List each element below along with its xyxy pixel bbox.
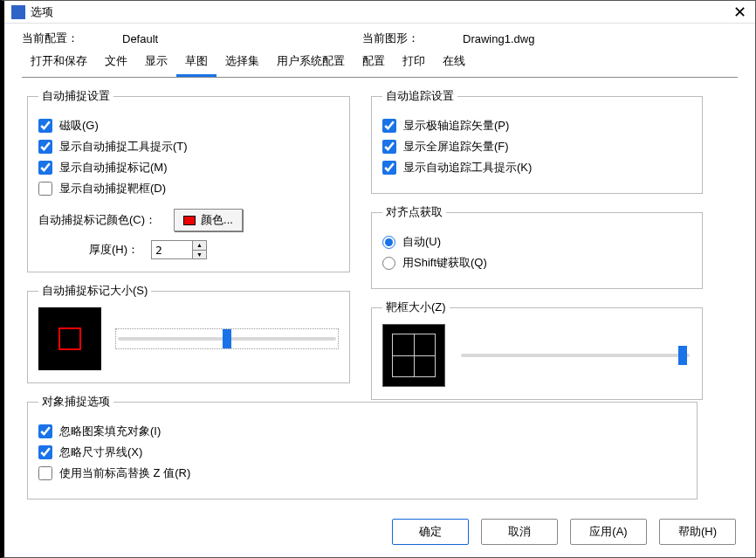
content: 自动捕捉设置 磁吸(G) 显示自动捕捉工具提示(T) 显示自动捕捉标记(M) 显…: [4, 78, 755, 510]
chk-ignore-hatch[interactable]: [38, 424, 52, 438]
tab-plot[interactable]: 打印: [394, 50, 434, 77]
tab-open-save[interactable]: 打开和保存: [22, 50, 96, 77]
group-autosnap: 自动捕捉设置 磁吸(G) 显示自动捕捉工具提示(T) 显示自动捕捉标记(M) 显…: [27, 88, 350, 272]
lbl-radio-shift: 用Shift键获取(Q): [402, 255, 487, 271]
group-acquisition: 对齐点获取 自动(U) 用Shift键获取(Q): [371, 204, 703, 289]
lbl-magnet: 磁吸(G): [59, 118, 99, 134]
footer: 确定 取消 应用(A) 帮助(H): [4, 510, 755, 557]
window-title: 选项: [31, 4, 53, 20]
color-swatch-icon: [183, 216, 196, 225]
profile-label: 当前配置：: [22, 31, 79, 46]
lbl-marker: 显示自动捕捉标记(M): [59, 160, 168, 176]
group-autotrack: 自动追踪设置 显示极轴追踪矢量(P) 显示全屏追踪矢量(F) 显示自动追踪工具提…: [371, 88, 703, 194]
chk-polar-vec[interactable]: [382, 119, 396, 133]
aperture-cross-icon: [392, 334, 436, 377]
close-icon[interactable]: ✕: [733, 3, 746, 22]
app-icon: [11, 5, 25, 19]
lbl-tooltip: 显示自动捕捉工具提示(T): [59, 139, 188, 155]
tab-file[interactable]: 文件: [96, 50, 136, 77]
chk-ignore-dim[interactable]: [38, 445, 52, 459]
tabs: 打开和保存 文件 显示 草图 选择集 用户系统配置 配置 打印 在线: [22, 50, 738, 78]
tab-display[interactable]: 显示: [136, 50, 176, 77]
drawing-value: Drawing1.dwg: [463, 32, 534, 45]
info-row: 当前配置： Default 当前图形： Drawing1.dwg: [4, 24, 755, 50]
chk-tooltip[interactable]: [38, 140, 52, 154]
legend-acquisition: 对齐点获取: [382, 204, 446, 220]
marker-preview-icon: [58, 327, 81, 350]
chk-magnet[interactable]: [38, 119, 52, 133]
thickness-input[interactable]: [152, 241, 192, 258]
cancel-button[interactable]: 取消: [481, 519, 558, 545]
lbl-thickness: 厚度(H)：: [89, 242, 139, 258]
legend-autosnap: 自动捕捉设置: [38, 88, 113, 104]
legend-autotrack: 自动追踪设置: [382, 88, 457, 104]
lbl-aperture-box: 显示自动捕捉靶框(D): [59, 181, 166, 196]
tab-selection[interactable]: 选择集: [216, 50, 268, 77]
chk-track-tip[interactable]: [382, 161, 396, 175]
lbl-radio-auto: 自动(U): [402, 234, 441, 250]
apply-button[interactable]: 应用(A): [570, 519, 647, 545]
lbl-marker-color: 自动捕捉标记颜色(C)：: [38, 212, 156, 228]
group-aperture-size: 靶框大小(Z): [371, 300, 703, 400]
aperture-preview: [382, 324, 445, 387]
help-button[interactable]: 帮助(H): [659, 519, 736, 545]
lbl-replace-z: 使用当前标高替换 Z 值(R): [59, 465, 190, 481]
tab-online[interactable]: 在线: [434, 50, 474, 77]
chk-aperture-box[interactable]: [38, 182, 52, 196]
btn-color[interactable]: 颜色...: [174, 209, 243, 231]
ok-button[interactable]: 确定: [392, 519, 469, 545]
spin-up-icon[interactable]: ▲: [193, 241, 206, 251]
chk-marker[interactable]: [38, 161, 52, 175]
chk-full-vec[interactable]: [382, 140, 396, 154]
group-marker-size: 自动捕捉标记大小(S): [27, 283, 350, 383]
radio-shift[interactable]: [382, 257, 395, 270]
lbl-track-tip: 显示自动追踪工具提示(K): [403, 160, 532, 176]
legend-marker-size: 自动捕捉标记大小(S): [38, 283, 151, 299]
aperture-size-slider[interactable]: [459, 345, 691, 366]
legend-aperture-size: 靶框大小(Z): [382, 300, 450, 315]
tab-profiles[interactable]: 配置: [354, 50, 394, 77]
profile-value: Default: [122, 32, 158, 45]
chk-replace-z[interactable]: [38, 466, 52, 480]
options-dialog: 选项 ✕ 当前配置： Default 当前图形： Drawing1.dwg 打开…: [0, 0, 756, 558]
lbl-polar-vec: 显示极轴追踪矢量(P): [403, 118, 509, 134]
marker-size-slider[interactable]: [115, 328, 339, 349]
lbl-color-btn: 颜色...: [201, 212, 233, 228]
radio-auto[interactable]: [382, 236, 395, 249]
legend-osnap-options: 对象捕捉选项: [38, 394, 113, 410]
drawing-label: 当前图形：: [362, 31, 419, 46]
titlebar: 选项 ✕: [4, 1, 755, 24]
lbl-ignore-hatch: 忽略图案填充对象(I): [59, 424, 161, 439]
marker-preview: [38, 307, 101, 370]
lbl-ignore-dim: 忽略尺寸界线(X): [59, 444, 142, 460]
tab-user-prefs[interactable]: 用户系统配置: [268, 50, 354, 77]
tab-drafting[interactable]: 草图: [176, 50, 216, 77]
spin-down-icon[interactable]: ▼: [193, 251, 206, 259]
lbl-full-vec: 显示全屏追踪矢量(F): [403, 139, 509, 155]
thickness-spinner[interactable]: ▲ ▼: [151, 240, 207, 259]
